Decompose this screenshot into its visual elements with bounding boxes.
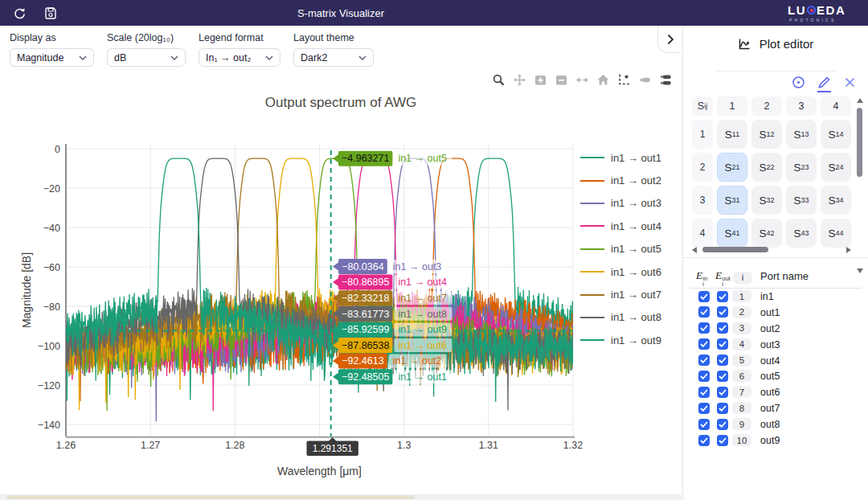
e-in-checkbox-in1[interactable] [698,291,710,302]
smatrix-cell-S11[interactable]: S11 [717,120,747,149]
check-icon [700,293,708,300]
smatrix-col-header-4[interactable]: 4 [821,96,851,116]
control-label: Legend format [199,32,280,43]
control-select[interactable]: dB [107,48,186,67]
control-select[interactable]: Dark2 [293,48,374,67]
panel-info-button[interactable] [792,76,805,89]
modebar-zoom-out-button[interactable] [554,72,569,88]
smatrix-col-header-2[interactable]: 2 [751,96,782,116]
smatrix-cell-S41[interactable]: S41 [717,219,747,248]
smatrix-row-header-1[interactable]: 1 [692,120,713,149]
e-out-checkbox-out7[interactable] [717,403,728,414]
legend-item-in1-out7[interactable]: in1 → out7 [580,283,661,305]
spectrum-chart[interactable]: 1.261.271.281.291.31.311.320−20−40−60−80… [0,71,682,494]
legend-item-in1-out9[interactable]: in1 → out9 [580,329,661,351]
legend-item-in1-out1[interactable]: in1 → out1 [580,146,661,169]
legend-item-in1-out5[interactable]: in1 → out5 [580,238,661,260]
check-icon [719,357,727,363]
smatrix-cell-S44[interactable]: S44 [821,219,851,248]
scroll-up-arrow[interactable] [857,98,863,103]
x-axis-title: Wavelength [μm] [277,465,362,477]
legend-item-in1-out2[interactable]: in1 → out2 [580,169,661,191]
control-select[interactable]: In₁ → out₂ [199,48,280,67]
smatrix-cell-S42[interactable]: S42 [751,219,782,248]
modebar-hover-compare-button[interactable] [658,72,674,88]
port-index-chip: 8 [732,402,751,414]
selected-value: In₁ → out₂ [206,52,251,64]
smatrix-cell-S24[interactable]: S24 [821,153,851,182]
smatrix-col-header-3[interactable]: 3 [786,96,817,116]
e-in-checkbox-out9[interactable] [698,435,710,446]
panel-close-button[interactable] [843,76,857,89]
smatrix-cell-S14[interactable]: S14 [821,120,851,149]
smatrix-cell-S31[interactable]: S31 [717,186,747,215]
e-in-checkbox-out5[interactable] [698,371,710,382]
e-in-checkbox-out4[interactable] [698,355,710,366]
smatrix-row-header-3[interactable]: 3 [692,186,713,215]
scroll-right-arrow[interactable] [846,247,851,253]
modebar-hover-closest-button[interactable] [637,72,653,88]
svg-text:in1 → out3: in1 → out3 [393,261,442,273]
e-out-checkbox-out4[interactable] [717,355,728,366]
e-out-checkbox-out6[interactable] [717,387,728,398]
scroll-left-arrow[interactable] [692,247,697,253]
legend-item-in1-out3[interactable]: in1 → out3 [580,192,661,215]
svg-text:in1 → out6: in1 → out6 [398,340,447,351]
smatrix-col-header-1[interactable]: 1 [717,96,747,116]
matrix-vertical-scrollbar[interactable] [856,96,864,275]
port-index-chip: 9 [732,418,751,430]
smatrix-cell-S34[interactable]: S34 [821,186,851,215]
smatrix-corner-header: Sij [692,96,713,116]
panel-edit-button[interactable] [817,76,831,89]
control-select[interactable]: Magnitude [10,48,94,67]
legend-label: in1 → out4 [611,220,661,232]
e-out-checkbox-out9[interactable] [717,435,728,446]
e-out-column-header: Eouti [715,269,731,287]
e-out-checkbox-out2[interactable] [717,322,728,334]
smatrix-row-header-4[interactable]: 4 [692,219,713,248]
smatrix-cell-S32[interactable]: S32 [751,186,782,215]
smatrix-cell-S22[interactable]: S22 [751,153,782,182]
vertical-scroll-thumb[interactable] [857,108,862,177]
smatrix-cell-S12[interactable]: S12 [751,120,782,149]
e-out-checkbox-out8[interactable] [717,419,728,430]
e-out-checkbox-in1[interactable] [717,291,728,302]
hover-label-in1-out6: −87.86538in1 → out6 [333,338,452,353]
horizontal-scroll-thumb[interactable] [702,247,768,252]
legend-item-in1-out8[interactable]: in1 → out8 [580,306,661,329]
legend-line-sample [580,294,604,296]
smatrix-row-header-2[interactable]: 2 [692,153,713,182]
e-in-checkbox-out8[interactable] [698,419,710,430]
legend-item-in1-out6[interactable]: in1 → out6 [580,260,661,283]
smatrix-cell-S43[interactable]: S43 [786,219,817,248]
collapse-panel-button[interactable] [657,26,682,53]
smatrix-cell-S23[interactable]: S23 [786,153,817,182]
legend-label: in1 → out6 [611,266,661,278]
e-in-checkbox-out6[interactable] [698,387,710,398]
modebar-pan-button[interactable] [512,72,527,88]
modebar-toggle-spikelines-button[interactable] [616,72,632,88]
modebar-zoom-button[interactable] [491,72,506,88]
control-label: Display as [10,32,94,43]
check-icon [719,293,727,300]
smatrix-cell-S33[interactable]: S33 [786,186,817,215]
e-out-checkbox-out1[interactable] [717,306,728,318]
e-out-checkbox-out5[interactable] [717,371,728,382]
matrix-horizontal-scrollbar[interactable] [692,246,851,254]
e-in-checkbox-out7[interactable] [698,403,710,414]
e-in-checkbox-out3[interactable] [698,338,710,350]
e-in-checkbox-out2[interactable] [698,322,710,334]
bottom-scroll-thumb[interactable] [6,495,415,499]
bottom-scrollbar[interactable] [0,494,682,500]
control-legend-format: Legend formatIn₁ → out₂ [199,32,280,71]
modebar-autoscale-button[interactable] [575,72,590,88]
e-in-checkbox-out1[interactable] [698,306,710,318]
legend-item-in1-out4[interactable]: in1 → out4 [580,215,661,237]
smatrix-cell-S13[interactable]: S13 [786,120,817,149]
smatrix-cell-S21[interactable]: S21 [717,153,747,182]
y-tick-label: −100 [38,341,60,352]
modebar-zoom-in-button[interactable] [533,72,548,88]
e-out-checkbox-out3[interactable] [717,338,728,350]
modebar-reset-axes-button[interactable] [596,72,611,88]
toggle-spikelines-icon [617,73,631,87]
